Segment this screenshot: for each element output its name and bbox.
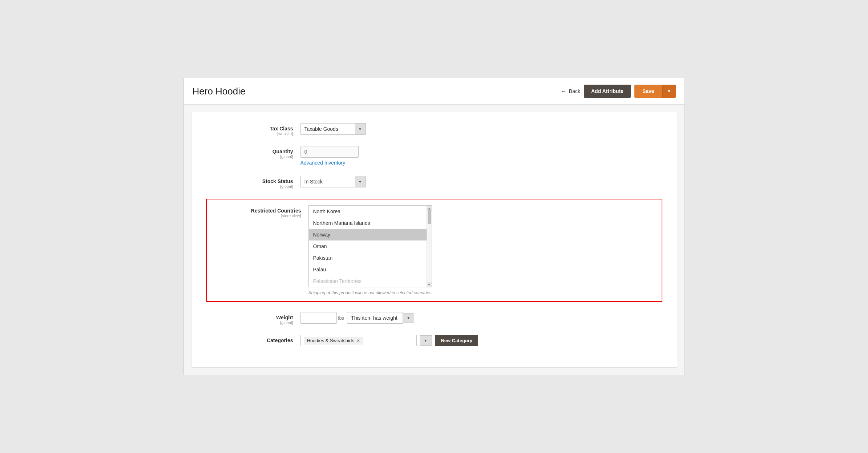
weight-type-select[interactable]: This item has weight bbox=[347, 312, 403, 324]
quantity-label-wrap: Quantity [global] bbox=[206, 146, 300, 159]
add-attribute-button[interactable]: Add Attribute bbox=[584, 85, 631, 98]
restricted-countries-field: North Korea Northern Mariana Islands Nor… bbox=[308, 205, 654, 295]
list-item[interactable]: Palau bbox=[309, 264, 427, 275]
category-tag-close-icon[interactable]: ✕ bbox=[356, 338, 360, 343]
back-link[interactable]: ← Back bbox=[561, 88, 580, 94]
tax-class-label: Tax Class bbox=[206, 126, 293, 132]
categories-input-field[interactable]: Hoodies & Sweatshirts ✕ bbox=[300, 335, 417, 346]
countries-scroll-area: North Korea Northern Mariana Islands Nor… bbox=[309, 206, 432, 287]
weight-scope: [global] bbox=[206, 320, 293, 325]
weight-input-wrap: lbs This item has weight ▼ bbox=[300, 312, 662, 324]
restricted-countries-label-wrap: Restricted Countries [store view] bbox=[214, 205, 308, 218]
stock-status-scope: [global] bbox=[206, 184, 293, 189]
stock-status-field: In Stock ▼ bbox=[300, 176, 662, 187]
tax-class-scope: [website] bbox=[206, 132, 293, 136]
stock-status-label: Stock Status bbox=[206, 178, 293, 184]
weight-label-wrap: Weight [global] bbox=[206, 312, 300, 325]
list-item[interactable]: Northern Mariana Islands bbox=[309, 217, 427, 229]
categories-label: Categories bbox=[206, 337, 293, 343]
scrollbar-thumb bbox=[428, 209, 431, 224]
quantity-input[interactable] bbox=[300, 146, 359, 158]
countries-listbox[interactable]: North Korea Northern Mariana Islands Nor… bbox=[308, 205, 432, 287]
tax-class-row: Tax Class [website] Taxable Goods ▼ bbox=[206, 123, 662, 136]
save-dropdown-button[interactable]: ▼ bbox=[662, 85, 676, 98]
weight-row: Weight [global] lbs This item has weight… bbox=[206, 312, 662, 325]
stock-status-select-wrap: In Stock ▼ bbox=[300, 176, 366, 187]
back-label: Back bbox=[569, 88, 580, 94]
page-title: Hero Hoodie bbox=[193, 86, 246, 97]
new-category-button[interactable]: New Category bbox=[435, 335, 478, 346]
weight-label: Weight bbox=[206, 315, 293, 320]
restricted-countries-scope: [store view] bbox=[214, 214, 301, 218]
quantity-field: Advanced Inventory bbox=[300, 146, 662, 166]
page-wrapper: Hero Hoodie ← Back Add Attribute Save ▼ … bbox=[183, 78, 685, 375]
categories-row: Categories Hoodies & Sweatshirts ✕ ▼ New… bbox=[206, 335, 662, 346]
categories-field-wrap: Hoodies & Sweatshirts ✕ ▼ New Category bbox=[300, 335, 662, 346]
tax-class-label-wrap: Tax Class [website] bbox=[206, 123, 300, 136]
categories-label-wrap: Categories bbox=[206, 335, 300, 343]
save-button-wrap: Save ▼ bbox=[634, 85, 676, 98]
header-actions: ← Back Add Attribute Save ▼ bbox=[561, 85, 676, 98]
weight-field: lbs This item has weight ▼ bbox=[300, 312, 662, 324]
stock-status-select[interactable]: In Stock bbox=[300, 176, 366, 187]
list-item[interactable]: North Korea bbox=[309, 206, 427, 217]
tax-class-field: Taxable Goods ▼ bbox=[300, 123, 662, 135]
restricted-countries-section: Restricted Countries [store view] North … bbox=[206, 199, 662, 302]
countries-list: North Korea Northern Mariana Islands Nor… bbox=[309, 206, 427, 287]
weight-type-wrap: This item has weight ▼ bbox=[347, 312, 414, 324]
restricted-countries-row: Restricted Countries [store view] North … bbox=[214, 205, 654, 295]
list-item[interactable]: Norway bbox=[309, 229, 427, 240]
scroll-down-icon[interactable]: ▼ bbox=[427, 282, 432, 287]
weight-unit: lbs bbox=[338, 315, 344, 321]
stock-status-row: Stock Status [global] In Stock ▼ bbox=[206, 176, 662, 189]
listbox-scrollbar: ▲ ▼ bbox=[427, 206, 432, 287]
shipping-note: Shipping of this product will be not all… bbox=[308, 290, 654, 295]
categories-dropdown-button[interactable]: ▼ bbox=[420, 335, 432, 346]
quantity-scope: [global] bbox=[206, 154, 293, 159]
back-arrow-icon: ← bbox=[561, 88, 567, 94]
quantity-row: Quantity [global] Advanced Inventory bbox=[206, 146, 662, 166]
save-button[interactable]: Save bbox=[634, 85, 662, 98]
tax-class-select-wrap: Taxable Goods ▼ bbox=[300, 123, 366, 135]
list-item[interactable]: Palestinian Territories bbox=[309, 275, 427, 287]
category-tag: Hoodies & Sweatshirts ✕ bbox=[304, 337, 364, 344]
stock-status-label-wrap: Stock Status [global] bbox=[206, 176, 300, 189]
category-tag-label: Hoodies & Sweatshirts bbox=[307, 338, 355, 343]
page-header: Hero Hoodie ← Back Add Attribute Save ▼ bbox=[184, 78, 685, 105]
quantity-label: Quantity bbox=[206, 149, 293, 154]
restricted-countries-label: Restricted Countries bbox=[214, 208, 301, 214]
list-item[interactable]: Pakistan bbox=[309, 252, 427, 264]
weight-input[interactable] bbox=[300, 312, 337, 324]
weight-type-arrow-icon[interactable]: ▼ bbox=[403, 313, 414, 323]
scrollbar-track: ▲ ▼ bbox=[427, 206, 432, 287]
content-area: Tax Class [website] Taxable Goods ▼ Quan… bbox=[191, 112, 677, 368]
list-item[interactable]: Oman bbox=[309, 240, 427, 252]
tax-class-select[interactable]: Taxable Goods bbox=[300, 123, 366, 135]
categories-wrap: Hoodies & Sweatshirts ✕ ▼ New Category bbox=[300, 335, 662, 346]
advanced-inventory-link[interactable]: Advanced Inventory bbox=[300, 160, 662, 166]
